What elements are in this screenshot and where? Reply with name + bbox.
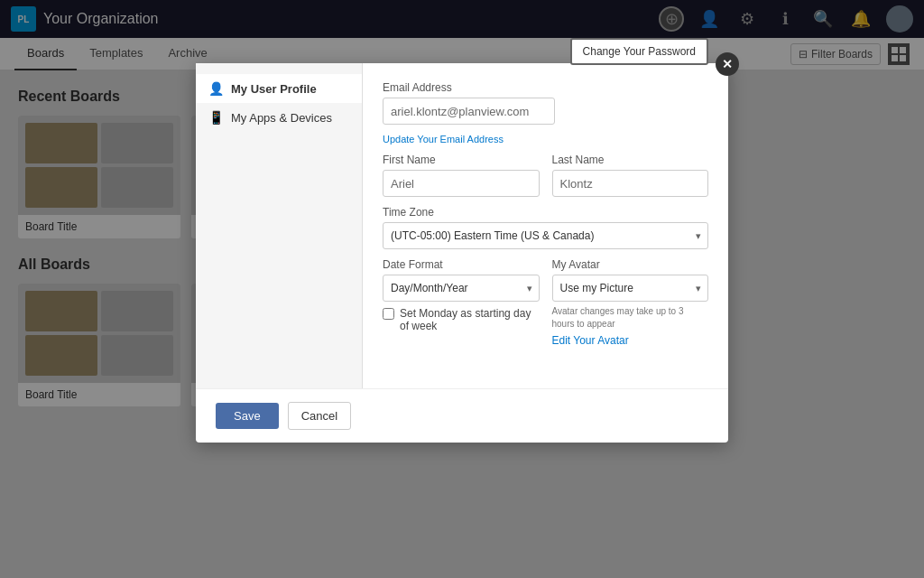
apps-icon: 📱 xyxy=(208,110,224,125)
change-password-button[interactable]: Change Your Password xyxy=(570,38,708,65)
sidebar-item-apps[interactable]: 📱 My Apps & Devices xyxy=(196,103,362,132)
modal-form-content: Email Address Change Your Password Updat… xyxy=(363,63,728,388)
timezone-section: Time Zone (UTC-05:00) Eastern Time (US &… xyxy=(383,206,708,249)
timezone-label: Time Zone xyxy=(383,206,708,219)
date-format-select-wrapper: Day/Month/Year Month/Day/Year Year/Month… xyxy=(383,275,540,302)
modal-overlay: ✕ 👤 My User Profile 📱 My Apps & Devices … xyxy=(0,0,924,578)
edit-avatar-link[interactable]: Edit Your Avatar xyxy=(552,334,709,347)
first-name-input[interactable] xyxy=(383,170,540,197)
date-avatar-row: Date Format Day/Month/Year Month/Day/Yea… xyxy=(383,258,708,347)
date-format-label: Date Format xyxy=(383,258,540,271)
avatar-select-wrapper: Use my Picture Use Default xyxy=(552,275,709,302)
timezone-select[interactable]: (UTC-05:00) Eastern Time (US & Canada) xyxy=(383,222,708,249)
sidebar-profile-label: My User Profile xyxy=(231,82,317,96)
user-profile-modal: ✕ 👤 My User Profile 📱 My Apps & Devices … xyxy=(196,63,728,443)
last-name-label: Last Name xyxy=(552,154,709,166)
sidebar-apps-label: My Apps & Devices xyxy=(231,111,332,125)
last-name-col: Last Name xyxy=(552,154,709,197)
monday-checkbox-label[interactable]: Set Monday as starting day of week xyxy=(383,307,540,332)
name-row: First Name Last Name xyxy=(383,154,708,197)
last-name-input[interactable] xyxy=(552,170,709,197)
modal-close-button[interactable]: ✕ xyxy=(716,52,739,76)
email-section: Email Address Change Your Password xyxy=(383,81,708,134)
avatar-note: Avatar changes may take up to 3 hours to… xyxy=(552,305,709,331)
sidebar-item-profile[interactable]: 👤 My User Profile xyxy=(196,74,362,103)
cancel-button[interactable]: Cancel xyxy=(288,402,351,430)
date-format-select[interactable]: Day/Month/Year Month/Day/Year Year/Month… xyxy=(383,275,540,302)
modal-footer: Save Cancel xyxy=(196,388,728,443)
modal-sidebar: 👤 My User Profile 📱 My Apps & Devices xyxy=(196,63,363,388)
first-name-label: First Name xyxy=(383,154,540,166)
profile-icon: 👤 xyxy=(208,81,224,96)
date-format-col: Date Format Day/Month/Year Month/Day/Yea… xyxy=(383,258,540,347)
monday-label-text: Set Monday as starting day of week xyxy=(400,307,540,332)
save-button[interactable]: Save xyxy=(216,403,279,429)
monday-checkbox[interactable] xyxy=(383,308,394,320)
modal-body: 👤 My User Profile 📱 My Apps & Devices Em… xyxy=(196,63,728,388)
email-input[interactable] xyxy=(383,98,555,125)
avatar-select[interactable]: Use my Picture Use Default xyxy=(552,275,709,302)
timezone-select-wrapper: (UTC-05:00) Eastern Time (US & Canada) xyxy=(383,222,708,249)
update-email-link[interactable]: Update Your Email Address xyxy=(383,134,708,144)
first-name-col: First Name xyxy=(383,154,540,197)
email-label: Email Address xyxy=(383,81,708,94)
avatar-label: My Avatar xyxy=(552,258,709,271)
avatar-col: My Avatar Use my Picture Use Default Ava… xyxy=(552,258,709,347)
